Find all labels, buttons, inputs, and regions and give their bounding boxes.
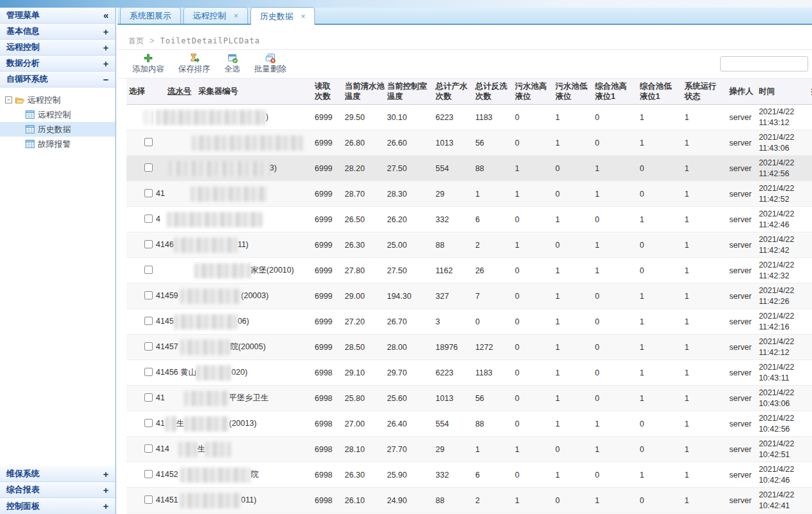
serial-device-cell: 家堡(20010) [153, 258, 312, 283]
sidebar-section-self-loop-system[interactable]: 自循环系统 − [0, 72, 115, 87]
data-cell: 1 [682, 386, 726, 411]
data-cell: 26.50 [342, 207, 385, 232]
data-cell: 26.30 [342, 232, 385, 258]
redacted-block [165, 416, 176, 432]
data-cell: 554 [433, 411, 473, 437]
data-cell: 30.10 [385, 105, 433, 130]
data-cell: 194.30 [385, 283, 433, 309]
collapse-sidebar-icon[interactable]: « [103, 8, 109, 23]
table-row: 699926.8026.6010135601011server2021/4/22… [126, 130, 812, 156]
data-cell: 6998 [312, 488, 342, 513]
tab-history-data[interactable]: 历史数据 × [250, 7, 315, 25]
sidebar-header-menu[interactable]: 管理菜单 « [0, 8, 115, 24]
tree-node-label: 历史数据 [38, 124, 71, 135]
save-sort-button[interactable]: 保存排序 [171, 52, 217, 76]
sidebar-section-remote-control[interactable]: 远程控制 + [0, 40, 115, 56]
row-checkbox[interactable] [144, 393, 153, 402]
row-checkbox[interactable] [144, 368, 153, 376]
column-header[interactable]: 流水号 [153, 79, 193, 105]
data-cell: 0 [592, 386, 637, 411]
visible-text-fragment: 011) [241, 495, 256, 504]
row-checkbox[interactable] [144, 138, 153, 146]
select-cell [126, 462, 153, 488]
data-cell: 1 [473, 181, 512, 207]
data-cell: 28.30 [385, 181, 433, 207]
row-checkbox[interactable] [144, 317, 153, 325]
row-checkbox[interactable] [144, 266, 153, 274]
table-header-row: 选择流水号采集器编号读取次数当前清水池温度当前控制室温度总计产水次数总计反洗次数… [126, 79, 812, 105]
row-checkbox[interactable] [144, 240, 153, 248]
table-row: 414611)699926.3025.0088210101server2021/… [126, 232, 812, 258]
close-icon[interactable]: × [301, 13, 305, 20]
close-icon[interactable]: × [234, 12, 238, 20]
data-cell: 25.00 [385, 232, 433, 258]
tree-node-fault-alarm[interactable]: 故障报警 [0, 137, 115, 151]
add-content-button[interactable]: 添加内容 [125, 52, 171, 76]
row-checkbox[interactable] [144, 342, 153, 351]
tab-system-diagram[interactable]: 系统图展示 [120, 7, 181, 24]
redacted-block [184, 416, 229, 432]
data-cell: 554 [433, 156, 473, 181]
data-cell: 6999 [312, 283, 342, 309]
redacted-block [167, 212, 263, 227]
tab-remote-control[interactable]: 远程控制 × [183, 7, 248, 24]
data-cell: 1 [553, 360, 592, 386]
data-cell: 0 [553, 437, 592, 462]
row-checkbox[interactable] [144, 470, 153, 478]
row-checkbox[interactable] [144, 419, 153, 427]
sidebar-section-control-panel[interactable]: 控制面板 + [0, 498, 115, 514]
data-cell: 27.20 [342, 309, 385, 335]
tree-node-label: 故障报警 [38, 139, 71, 150]
tab-label: 系统图展示 [130, 8, 171, 24]
row-checkbox[interactable] [144, 163, 153, 172]
data-cell: 0 [553, 232, 592, 258]
data-cell: 1272 [473, 335, 512, 360]
visible-text-fragment: ) [266, 112, 268, 121]
select-cell [126, 386, 153, 411]
main-area: 系统图展示 远程控制 × 历史数据 × 首页 > ToiletDetailPLC… [118, 8, 812, 514]
select-all-button[interactable]: 全选 [217, 52, 247, 76]
row-checkbox[interactable] [144, 495, 153, 504]
data-cell: 3 [433, 309, 473, 335]
data-cell: 1 [682, 309, 726, 335]
data-cell: 1 [553, 309, 592, 335]
tree-node-remote-control-folder[interactable]: − 远程控制 [0, 93, 115, 107]
data-cell: 0 [512, 105, 553, 130]
search-input[interactable] [720, 56, 808, 72]
time-cell: 2021/4/2211:42:16 [756, 309, 809, 335]
serial-device-cell: 41451 011) [153, 488, 312, 513]
row-checkbox[interactable] [144, 215, 153, 223]
tree-node-history-data[interactable]: 历史数据 [0, 122, 115, 137]
serial-device-cell: 4 [153, 207, 312, 232]
data-cell: 1 [637, 283, 682, 309]
data-cell: 0 [512, 258, 553, 283]
batch-delete-button[interactable]: 批量删除 [247, 52, 293, 76]
row-checkbox[interactable] [144, 189, 153, 197]
breadcrumb-home-link[interactable]: 首页 [128, 36, 144, 45]
sidebar-section-comprehensive-report[interactable]: 综合报表 + [0, 482, 115, 498]
row-checkbox[interactable] [144, 444, 153, 453]
time-cell: 2021/4/2211:42:12 [756, 335, 809, 360]
row-checkbox[interactable] [144, 291, 153, 299]
data-cell: 1 [553, 411, 592, 437]
breadcrumb-current-page: ToiletDetailPLCData [160, 36, 260, 45]
sidebar-section-data-analysis[interactable]: 数据分析 + [0, 56, 115, 72]
sidebar-section-maintenance-system[interactable]: 维保系统 + [0, 466, 115, 482]
time-cell: 2021/4/2211:42:56 [756, 156, 809, 181]
data-cell: 1183 [473, 105, 512, 130]
window-top-strip [0, 0, 812, 8]
data-cell: 28.70 [342, 181, 385, 207]
data-cell: 0 [553, 488, 592, 513]
sidebar-title: 管理菜单 [6, 8, 40, 23]
data-cell: 26.70 [385, 309, 433, 335]
data-cell: 1 [553, 207, 592, 232]
select-cell [126, 437, 153, 462]
column-header: 时间 [756, 79, 809, 105]
visible-text-fragment: 平堡乡卫生 [229, 393, 269, 402]
tree-expander-icon[interactable]: − [5, 96, 12, 103]
sidebar-section-basic-info[interactable]: 基本信息 + [0, 24, 115, 40]
column-header: 读取次数 [312, 79, 342, 105]
tree-node-remote-control[interactable]: 远程控制 [0, 107, 115, 122]
data-cell: 1 [512, 232, 553, 258]
expand-icon: + [103, 501, 109, 511]
